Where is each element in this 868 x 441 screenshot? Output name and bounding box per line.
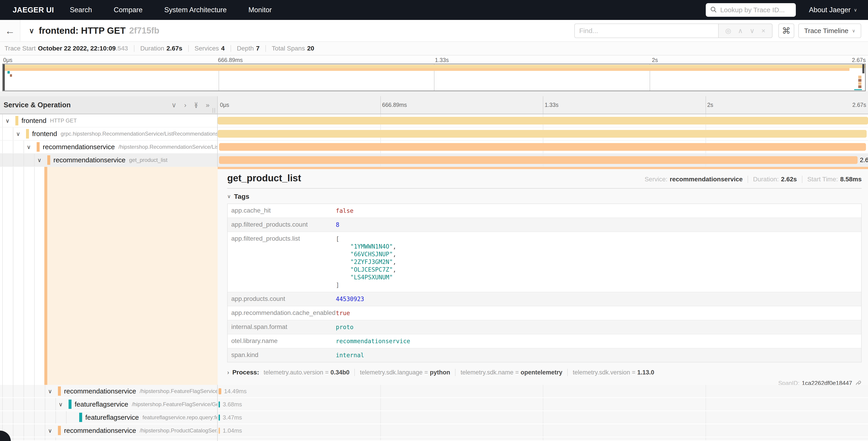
minimap-span-bar[interactable] <box>858 79 862 82</box>
tags-section-toggle[interactable]: ∨ Tags <box>227 193 862 200</box>
nav-item-compare[interactable]: Compare <box>114 6 143 14</box>
span-bar[interactable] <box>219 143 866 151</box>
span-timeline-cell[interactable]: 1.04ms <box>218 424 868 437</box>
process-section-toggle[interactable]: › Process: telemetry.auto.version=0.34b0… <box>227 369 862 376</box>
span-tree-cell[interactable]: featureflagservicefeatureflagservice.rep… <box>0 411 218 423</box>
indent-guide <box>24 437 24 440</box>
collapse-trace-chevron[interactable]: ∨ <box>29 27 34 35</box>
operation-name: featureflagservice.repo.query:fe... <box>143 414 218 421</box>
column-divider[interactable] <box>217 385 218 441</box>
tag-row[interactable]: otel.library.namerecommendationservice <box>228 334 861 348</box>
span-timeline-cell[interactable]: 3.68ms <box>218 398 868 410</box>
span-tree-cell[interactable]: ∨recommendationserviceget_product_list <box>0 154 218 167</box>
span-tree-cell[interactable] <box>0 437 218 440</box>
json-array-item: "66VCHSJNUP", <box>336 251 397 258</box>
span-tree-cell[interactable]: ∨recommendationservice/hipstershop.Recom… <box>0 141 218 153</box>
about-jaeger-menu[interactable]: About Jaeger ∨ <box>809 6 857 14</box>
span-bar[interactable] <box>219 388 221 394</box>
expand-one-icon[interactable]: › <box>184 101 186 109</box>
span-bar[interactable] <box>218 117 868 124</box>
span-duration-label: 3.47ms <box>223 414 242 421</box>
span-row[interactable]: ∨recommendationservice/hipstershop.Produ… <box>0 424 868 437</box>
span-row[interactable]: ∨frontendHTTP GET <box>0 114 868 127</box>
minimap-span-bar[interactable] <box>3 65 865 68</box>
chevron-down-icon[interactable]: ∨ <box>16 130 20 137</box>
nav-item-monitor[interactable]: Monitor <box>248 6 272 14</box>
span-row[interactable]: ∨featureflagservice/hipstershop.FeatureF… <box>0 398 868 411</box>
chevron-down-icon[interactable]: ∨ <box>5 117 9 124</box>
chevron-down-icon[interactable]: ∨ <box>27 144 31 150</box>
minimap-span-bar[interactable] <box>3 64 5 91</box>
operation-name: HTTP GET <box>50 117 77 124</box>
indent-guide <box>2 398 3 410</box>
span-timeline-cell[interactable] <box>218 437 868 440</box>
span-tree-cell[interactable]: ∨frontendgrpc.hipstershop.Recommendation… <box>0 127 218 140</box>
minimap-span-bar[interactable] <box>858 76 862 79</box>
column-resize-grip[interactable]: || <box>212 107 216 113</box>
indent-guide <box>13 127 13 140</box>
span-bar[interactable] <box>218 130 867 138</box>
span-timeline-cell[interactable]: 14.49ms <box>218 385 868 397</box>
chevron-down-icon[interactable]: ∨ <box>59 401 63 408</box>
span-timeline-cell[interactable] <box>218 127 868 140</box>
link-icon[interactable] <box>855 380 862 385</box>
chevron-down-icon[interactable]: ∨ <box>37 157 41 164</box>
find-next-icon[interactable]: ∨ <box>750 27 755 35</box>
minimap-span-bar[interactable] <box>858 85 862 88</box>
focus-target-icon[interactable]: ◎ <box>725 27 731 35</box>
tag-row[interactable]: app.products.count44530923 <box>228 292 861 306</box>
back-button[interactable]: ← <box>0 20 20 41</box>
span-tree-cell[interactable]: ∨recommendationservice/hipstershop.Featu… <box>0 385 218 397</box>
nav-item-search[interactable]: Search <box>70 6 92 14</box>
span-tree-cell[interactable]: ∨frontendHTTP GET <box>0 114 218 127</box>
trace-view-selector[interactable]: Trace Timeline ∨ <box>798 24 861 38</box>
find-prev-icon[interactable]: ∧ <box>738 27 743 35</box>
minimap-span-bar[interactable] <box>10 74 12 77</box>
chevron-down-icon[interactable]: ∨ <box>48 388 52 394</box>
span-tree-cell[interactable]: ∨featureflagservice/hipstershop.FeatureF… <box>0 398 218 410</box>
minimap-span-bar[interactable] <box>858 82 862 85</box>
span-row[interactable]: ∨recommendationservice/hipstershop.Featu… <box>0 385 868 398</box>
span-tree-cell[interactable]: ∨recommendationservice/hipstershop.Produ… <box>0 424 218 437</box>
tag-row[interactable]: internal.span.formatproto <box>228 320 861 334</box>
trace-lookup-placeholder: Lookup by Trace ID... <box>720 6 785 14</box>
span-timeline-cell[interactable] <box>218 141 868 153</box>
minimap-canvas[interactable] <box>2 64 866 91</box>
find-input[interactable]: Find... <box>574 24 718 38</box>
span-bar[interactable] <box>219 401 220 408</box>
keyboard-shortcuts-button[interactable]: ⌘ <box>778 24 794 38</box>
tag-row[interactable]: span.kindinternal <box>228 348 861 362</box>
collapse-all-icon[interactable]: ∨∨ <box>194 102 198 107</box>
json-punct: , <box>393 243 397 250</box>
span-row[interactable]: ∨recommendationserviceget_product_list2.… <box>0 154 868 167</box>
column-divider[interactable] <box>217 114 218 167</box>
span-timeline-cell[interactable]: 3.47ms <box>218 411 868 423</box>
tag-row[interactable]: app.cache_hitfalse <box>228 204 861 218</box>
minimap-span-bar[interactable] <box>862 64 864 74</box>
minimap-span-bar[interactable] <box>7 71 10 74</box>
tag-row[interactable]: app.recommendation.cache_enabledtrue <box>228 306 861 320</box>
find-clear-icon[interactable]: × <box>762 27 766 35</box>
span-bar[interactable] <box>219 156 858 164</box>
expand-all-icon[interactable]: » <box>206 101 210 109</box>
minimap-span-bar[interactable] <box>854 89 862 90</box>
service-name: recommendationservice <box>43 143 115 151</box>
span-row[interactable]: ∨frontendgrpc.hipstershop.Recommendation… <box>0 127 868 141</box>
span-row[interactable] <box>0 437 868 440</box>
span-timeline-cell[interactable] <box>218 114 868 127</box>
span-timeline-cell[interactable]: 2.62s <box>218 154 868 167</box>
span-row[interactable]: featureflagservicefeatureflagservice.rep… <box>0 411 868 424</box>
tag-row[interactable]: app.filtered_products.count8 <box>228 218 861 232</box>
trace-lookup-input[interactable]: Lookup by Trace ID... <box>706 3 796 17</box>
nav-item-system-architecture[interactable]: System Architecture <box>164 6 227 14</box>
tag-row[interactable]: app.filtered_products.list["1YMWWN1N4O",… <box>228 232 861 292</box>
indent-guide <box>24 167 24 385</box>
span-bar[interactable] <box>219 414 220 421</box>
timeline-minimap[interactable]: 0μs 666.89ms 1.33s 2s 2.67s <box>0 56 868 96</box>
span-row[interactable]: ∨recommendationservice/hipstershop.Recom… <box>0 141 868 154</box>
app-brand[interactable]: JAEGER UI <box>13 6 54 14</box>
chevron-down-icon[interactable]: ∨ <box>48 427 52 434</box>
span-bar[interactable] <box>219 428 220 434</box>
minimap-span-bar[interactable] <box>3 68 849 71</box>
collapse-one-icon[interactable]: ∨ <box>172 101 177 109</box>
